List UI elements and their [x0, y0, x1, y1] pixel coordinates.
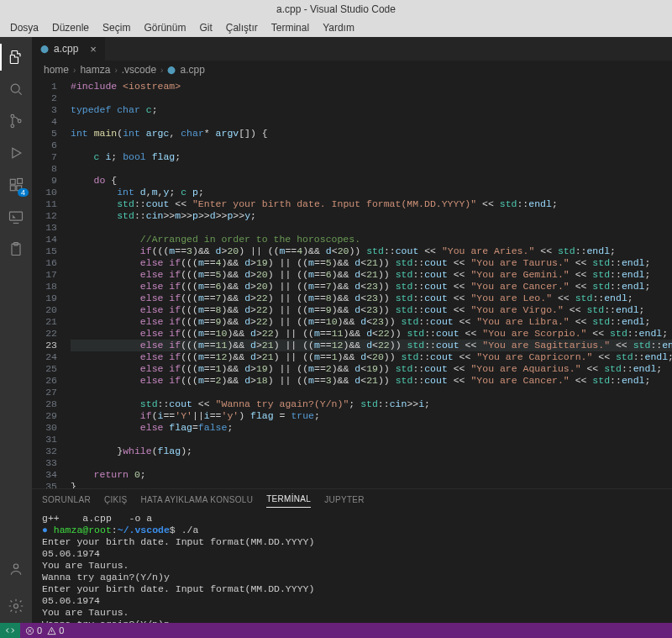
svg-point-0 — [11, 84, 19, 92]
window-title: a.cpp - Visual Studio Code — [276, 3, 396, 15]
clipboard-icon[interactable] — [0, 235, 32, 262]
svg-rect-5 — [10, 186, 15, 191]
menu-help[interactable]: Yardım — [316, 20, 361, 35]
panel-tab-output[interactable]: ÇIKIŞ — [104, 495, 128, 508]
menu-terminal[interactable]: Terminal — [265, 20, 316, 35]
cpp-file-icon: ⬤ — [40, 45, 49, 53]
status-errors[interactable]: 0 — [25, 625, 42, 635]
remote-explorer-icon[interactable] — [0, 203, 32, 230]
svg-rect-7 — [18, 179, 23, 184]
extensions-badge: 4 — [18, 188, 29, 197]
close-tab-icon[interactable]: × — [90, 43, 97, 55]
tab-label: a.cpp — [54, 43, 78, 55]
run-debug-icon[interactable] — [0, 140, 32, 166]
menu-selection[interactable]: Seçim — [96, 20, 137, 35]
svg-rect-4 — [10, 179, 15, 184]
menubar: Dosya Düzenle Seçim Görünüm Git Çalıştır… — [0, 18, 672, 37]
terminal-content[interactable]: g++ a.cpp -o a ● hamza@root:~/.vscode$ .… — [32, 513, 672, 623]
breadcrumbs[interactable]: home › hamza › .vscode › ⬤ a.cpp — [32, 61, 672, 79]
breadcrumb-file[interactable]: a.cpp — [180, 64, 204, 76]
svg-point-1 — [11, 114, 14, 118]
workbench: 4 ⬤ a.cpp × home › hamza › .vscode — [0, 37, 672, 623]
editor-tabs: ⬤ a.cpp × — [32, 37, 672, 61]
settings-icon[interactable] — [0, 593, 32, 620]
remote-indicator[interactable] — [0, 623, 20, 638]
svg-point-2 — [11, 124, 14, 128]
chevron-right-icon: › — [73, 66, 76, 75]
menu-edit[interactable]: Düzenle — [45, 20, 96, 35]
menu-file[interactable]: Dosya — [3, 20, 45, 35]
menu-go[interactable]: Git — [192, 20, 218, 35]
menu-view[interactable]: Görünüm — [137, 20, 192, 35]
tab-a-cpp[interactable]: ⬤ a.cpp × — [32, 37, 106, 61]
svg-point-11 — [13, 564, 18, 568]
svg-rect-8 — [10, 212, 23, 220]
panel-tab-problems[interactable]: SORUNLAR — [42, 495, 91, 508]
code-editor[interactable]: 1234567891011121314151617181920212223242… — [32, 79, 672, 488]
code-content[interactable]: #include <iostream> typedef char c; int … — [64, 79, 672, 488]
panel-tab-jupyter[interactable]: JUPYTER — [324, 495, 365, 508]
source-control-icon[interactable] — [0, 108, 32, 134]
status-warnings[interactable]: 0 — [47, 625, 64, 635]
svg-point-12 — [14, 604, 18, 609]
panel-tab-terminal[interactable]: TERMİNAL — [266, 494, 311, 508]
activity-bar: 4 — [0, 37, 32, 623]
extensions-icon[interactable]: 4 — [0, 171, 32, 198]
menu-run[interactable]: Çalıştır — [219, 20, 265, 35]
search-icon[interactable] — [0, 76, 32, 103]
status-bar: 0 0 — [0, 623, 672, 638]
breadcrumb-user[interactable]: hamza — [80, 64, 110, 76]
bottom-panel: SORUNLAR ÇIKIŞ HATA AYIKLAMA KONSOLU TER… — [32, 488, 672, 623]
cpp-file-icon: ⬤ — [167, 66, 176, 74]
breadcrumb-home[interactable]: home — [44, 64, 69, 76]
breadcrumb-folder[interactable]: .vscode — [122, 64, 156, 76]
panel-tabs: SORUNLAR ÇIKIŞ HATA AYIKLAMA KONSOLU TER… — [32, 489, 672, 513]
chevron-right-icon: › — [160, 66, 163, 75]
editor-area: ⬤ a.cpp × home › hamza › .vscode › ⬤ a.c… — [32, 37, 672, 623]
window-titlebar: a.cpp - Visual Studio Code — [0, 0, 672, 18]
line-gutter: 1234567891011121314151617181920212223242… — [32, 79, 64, 488]
panel-tab-debug[interactable]: HATA AYIKLAMA KONSOLU — [141, 495, 254, 508]
explorer-icon[interactable] — [0, 44, 32, 71]
chevron-right-icon: › — [114, 66, 117, 75]
accounts-icon[interactable] — [0, 556, 32, 583]
